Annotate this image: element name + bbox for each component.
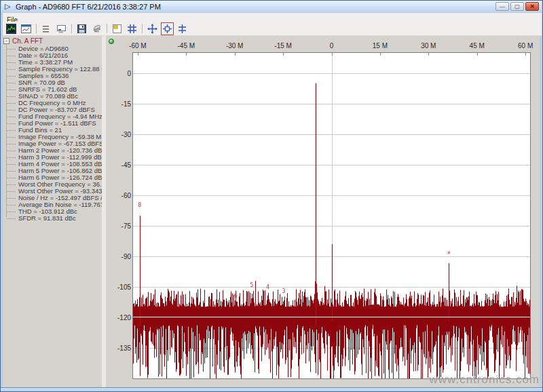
y-axis-label: -30 — [110, 131, 131, 138]
y-axis-label: -90 — [110, 253, 131, 260]
x-axis-label: -60 M — [121, 42, 155, 50]
fft-settings-icon — [6, 24, 16, 34]
zoom-box-tool-icon — [162, 24, 172, 34]
toolbar-button-pan-tool[interactable] — [146, 22, 159, 35]
watermark: www.cntronics.com — [413, 373, 540, 387]
axes-pair-icon — [177, 24, 187, 34]
maximize-button[interactable]: ▢ — [510, 2, 524, 11]
toolbar-button-single-axis[interactable] — [111, 22, 124, 35]
graph-window-icon — [21, 24, 31, 34]
x-axis-label: -15 M — [266, 42, 300, 50]
toolbar-separator — [36, 24, 37, 33]
x-axis-label: 30 M — [411, 42, 445, 50]
grid-axes-icon — [127, 24, 137, 34]
cursor-tool-icon — [56, 24, 67, 34]
toolbar-button-zoom-box-tool[interactable] — [161, 22, 174, 35]
y-axis-label: -15 — [110, 100, 131, 108]
fft-graph-panel: -60 M-45 M-30 M-15 M015 M30 M45 M60 M 0-… — [106, 36, 540, 387]
y-axis-label: -45 — [110, 161, 131, 169]
tree-items: Device = AD9680Date = 6/21/2016Time = 3:… — [1, 45, 100, 222]
y-axis-label: 0 — [110, 70, 131, 77]
x-axis-label: 15 M — [363, 42, 397, 50]
toolbar-separator — [71, 24, 72, 33]
menu-bar: File — [3, 13, 542, 22]
save-icon — [77, 24, 87, 34]
y-axis-label: -60 — [110, 192, 131, 199]
app-icon: ▷ — [5, 2, 10, 11]
y-axis-label: -105 — [110, 283, 131, 291]
x-axis-label: 60 M — [508, 42, 542, 50]
x-axis-label: 0 — [315, 42, 349, 50]
x-axis-label: 45 M — [460, 42, 494, 50]
toolbar-button-grid-axes[interactable] — [126, 22, 138, 35]
toolbar-button-cursor-tool[interactable] — [55, 22, 68, 35]
x-axis-label: -45 M — [169, 42, 203, 50]
toolbar-button-data-list[interactable] — [40, 22, 53, 35]
y-axis-label: -135 — [110, 345, 131, 352]
window-bottom-frame — [1, 387, 543, 392]
close-button[interactable]: ✕ — [525, 2, 539, 11]
toolbar-button-copy-print[interactable] — [90, 22, 103, 35]
app-window: ▷ Graph - AD9680 FFT 6/21/2016 3:38:27 P… — [0, 0, 543, 392]
tree-root-channel-a-fft[interactable]: Ch. A FFT — [12, 37, 43, 45]
y-axis-label: -120 — [110, 314, 131, 321]
data-list-icon — [41, 24, 52, 34]
y-axis-label: -75 — [110, 222, 131, 230]
status-led-icon — [109, 39, 114, 44]
x-axis-label: -30 M — [218, 42, 252, 50]
toolbar — [3, 22, 542, 36]
fft-plot-canvas[interactable] — [132, 52, 531, 379]
toolbar-separator — [142, 24, 143, 33]
copy-print-icon — [92, 24, 102, 34]
window-title: Graph - AD9680 FFT 6/21/2016 3:38:27 PM — [16, 3, 161, 11]
toolbar-button-axes-pair[interactable] — [176, 22, 189, 35]
title-bar: ▷ Graph - AD9680 FFT 6/21/2016 3:38:27 P… — [1, 1, 542, 12]
toolbar-button-fft-settings[interactable] — [5, 22, 18, 35]
toolbar-button-save[interactable] — [75, 22, 88, 35]
toolbar-separator — [107, 24, 107, 33]
pan-tool-icon — [147, 24, 157, 34]
toolbar-button-graph-window[interactable] — [20, 22, 33, 35]
minimize-button[interactable]: — — [495, 2, 509, 11]
single-axis-icon — [112, 24, 122, 34]
tree-item: SFDR = 91.831 dBc — [1, 215, 100, 222]
